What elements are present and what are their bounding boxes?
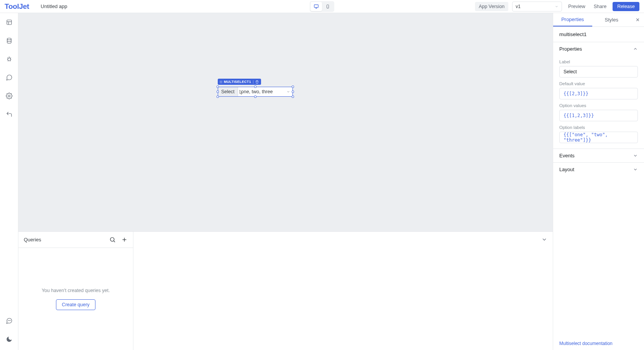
resize-handle[interactable] [254,96,256,98]
chevron-down-icon [633,167,638,172]
section-properties-title: Properties [559,46,582,52]
field-option-values-label: Option values [559,103,638,108]
app-version-label: App Version [475,2,508,11]
debug-icon[interactable] [5,55,13,63]
svg-rect-0 [314,5,319,7]
mobile-icon [325,4,330,9]
release-button[interactable]: Release [613,2,639,11]
field-default-input[interactable]: {{[2,3]}} [559,88,638,99]
comments-icon[interactable] [5,74,13,81]
section-properties-body: Label Select Default value {{[2,3]}} Opt… [553,59,644,149]
undo-icon[interactable] [5,111,13,118]
svg-point-19 [9,320,10,321]
multiselect-label: Select [218,87,238,96]
search-icon[interactable] [109,236,116,243]
theme-icon[interactable] [5,335,13,343]
queries-content [133,232,553,350]
datasources-icon[interactable] [5,37,13,45]
resize-handle[interactable] [254,86,256,88]
close-icon [635,17,640,22]
widget-tag[interactable]: MULTISELECT1 [218,79,261,85]
canvas[interactable]: MULTISELECT1 Select one, two, three [18,13,553,231]
tab-properties[interactable]: Properties [553,13,592,26]
field-option-labels-input[interactable]: {{["one", "two", "three"]}} [559,132,638,143]
chevron-up-icon [633,46,638,51]
queries-empty-text: You haven't created queries yet. [42,288,110,293]
field-option-labels-label: Option labels [559,125,638,130]
chevron-down-icon [555,5,559,8]
main: MULTISELECT1 Select one, two, three [18,13,644,350]
svg-point-8 [7,38,11,40]
resize-handle[interactable] [217,91,219,93]
svg-line-16 [10,61,11,61]
svg-point-21 [220,81,221,82]
collapse-icon[interactable] [541,236,547,243]
version-value: v1 [516,4,521,9]
trash-icon[interactable] [255,80,259,84]
queries-header: Queries [18,232,133,248]
section-layout: Layout [553,162,644,176]
documentation-link[interactable]: Multiselect documentation [559,341,613,346]
panel-tabs: Properties Styles [553,13,644,27]
svg-line-15 [8,61,8,61]
tag-divider [253,80,253,84]
multiselect-value: one, two, three [241,89,273,94]
resize-handle[interactable] [217,86,219,88]
settings-icon[interactable] [5,92,13,100]
section-properties: Properties Label Select Default value {{… [553,42,644,149]
section-layout-header[interactable]: Layout [553,163,644,176]
gear-icon [219,80,223,84]
svg-point-22 [110,238,114,241]
preview-button[interactable]: Preview [566,2,587,11]
help-icon[interactable] [5,317,13,325]
resize-handle[interactable] [292,91,294,93]
chevron-down-icon [286,90,290,94]
components-icon[interactable] [5,18,13,26]
queries-empty-state: You haven't created queries yet. Create … [18,248,133,350]
section-events: Events [553,149,644,162]
device-toggle [310,1,334,12]
desktop-icon [314,4,319,9]
doc-link-wrap: Multiselect documentation [553,337,644,350]
queries-panel: Queries You haven't created queries yet.… [18,231,553,350]
add-icon[interactable] [121,236,128,243]
properties-panel: Properties Styles multiselect1 Propertie… [553,13,644,350]
close-panel-button[interactable] [631,13,644,26]
canvas-gutter-right [447,13,553,231]
tab-styles[interactable]: Styles [592,13,631,26]
resize-handle[interactable] [217,96,219,98]
chevron-down-icon [633,153,638,158]
version-select[interactable]: v1 [512,2,562,12]
topbar: ToolJet Untitled app App Version v1 Prev… [0,0,644,13]
svg-point-18 [8,320,8,321]
share-button[interactable]: Share [591,2,609,11]
section-properties-header[interactable]: Properties [553,42,644,56]
resize-handle[interactable] [292,96,294,98]
section-events-header[interactable]: Events [553,149,644,162]
canvas-gutter-left [18,13,53,231]
component-name[interactable]: multiselect1 [553,27,644,42]
multiselect-widget[interactable]: MULTISELECT1 Select one, two, three [218,87,293,97]
multiselect-container[interactable]: Select one, two, three [218,87,293,97]
section-layout-title: Layout [559,167,574,172]
svg-line-12 [10,58,11,58]
field-option-values-input[interactable]: {{[1,2,3]}} [559,110,638,121]
mobile-view-button[interactable] [322,2,334,11]
left-rail [0,13,18,350]
section-events-title: Events [559,153,575,158]
queries-title: Queries [24,237,41,243]
queries-sidebar: Queries You haven't created queries yet.… [18,232,133,350]
desktop-view-button[interactable] [310,2,322,11]
widget-tag-label: MULTISELECT1 [224,80,251,84]
multiselect-select[interactable]: one, two, three [238,87,292,96]
svg-rect-5 [7,20,12,25]
topbar-right: App Version v1 Preview Share Release [475,2,639,12]
resize-handle[interactable] [292,86,294,88]
field-label-input[interactable]: Select [559,66,638,78]
logo: ToolJet [5,2,29,11]
canvas-inner[interactable]: MULTISELECT1 Select one, two, three [53,13,447,231]
create-query-button[interactable]: Create query [56,299,95,310]
app-name[interactable]: Untitled app [41,3,67,9]
svg-point-17 [8,95,10,97]
field-label-label: Label [559,59,638,64]
